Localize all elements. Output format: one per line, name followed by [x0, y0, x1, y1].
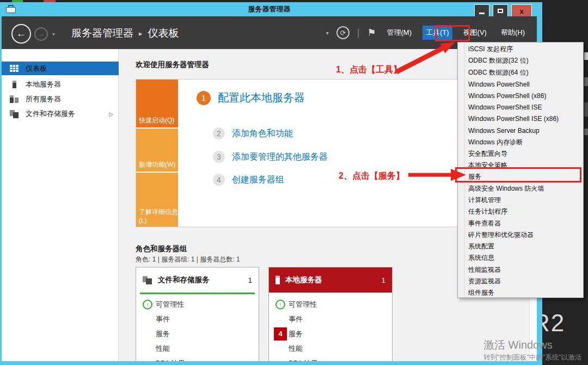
quick-start-block[interactable]: 快速启动(Q) — [136, 80, 178, 127]
tile-row-manageability[interactable]: ↑可管理性 — [269, 297, 392, 312]
status-up-icon: ↑ — [275, 300, 285, 309]
roles-heading: 角色和服务器组 — [136, 244, 187, 254]
step-link[interactable]: 创建服务器组 — [232, 174, 284, 186]
tile-row-performance[interactable]: 性能 — [269, 341, 392, 356]
tile-row-manageability[interactable]: ↑可管理性 — [136, 297, 259, 312]
tile-title: 本地服务器 — [285, 275, 381, 285]
minimize-button[interactable] — [474, 4, 489, 17]
tile-header-red[interactable]: 本地服务器 1 — [269, 267, 392, 293]
annotation-box-services — [455, 167, 581, 182]
breadcrumb-separator-icon: ▸ — [139, 29, 143, 38]
tile-row-bpa[interactable]: BPA 结果 — [269, 356, 392, 361]
sidebar: 仪表板 本地服务器 所有服务器 文件和存储服务 ▷ — [2, 49, 119, 361]
step-number-badge: 3 — [213, 151, 225, 163]
screen: R2 服务器管理器 x ← → ▾ 服务器管理器 ▸ 仪表板 ▾ ⟳ | — [0, 0, 588, 365]
menu-item-server-backup[interactable]: Windows Server Backup — [458, 125, 583, 136]
dashboard-grid-icon — [9, 65, 19, 72]
file-storage-icon — [9, 110, 19, 118]
history-dropdown-icon[interactable]: ▾ — [52, 31, 55, 37]
menu-item-sysinfo[interactable]: 系统信息 — [458, 252, 583, 264]
menu-item-event-viewer[interactable]: 事件查看器 — [458, 217, 583, 229]
breadcrumb-root[interactable]: 服务器管理器 — [71, 26, 133, 40]
whats-new-label: 新增功能(W) — [139, 160, 175, 169]
menu-item-computer-mgmt[interactable]: 计算机管理 — [458, 194, 583, 206]
title-bar[interactable]: 服务器管理器 x — [2, 2, 537, 16]
row-label: 事件 — [289, 314, 303, 324]
sidebar-item-dashboard[interactable]: 仪表板 — [2, 62, 119, 75]
sidebar-item-label: 本地服务器 — [26, 80, 61, 89]
refresh-icon[interactable]: ⟳ — [336, 26, 350, 39]
tile-local-server[interactable]: 本地服务器 1 ↑可管理性 事件 4服务 性能 BPA 结果 — [268, 267, 393, 361]
desktop-icon-fragment — [584, 102, 588, 117]
tile-header[interactable]: 文件和存储服务 1 — [136, 267, 259, 293]
menu-item-defrag[interactable]: 碎片整理和优化驱动器 — [458, 229, 583, 241]
tile-row-events[interactable]: 事件 — [269, 312, 392, 326]
menu-manage[interactable]: 管理(M) — [384, 26, 415, 40]
sidebar-item-label: 所有服务器 — [26, 94, 61, 104]
menu-item-sysconfig[interactable]: 系统配置 — [458, 241, 583, 252]
tile-row-services[interactable]: 服务 — [136, 326, 259, 341]
menu-item-task-scheduler[interactable]: 任务计划程序 — [458, 206, 583, 217]
step-configure-server[interactable]: 1 配置此本地服务器 — [197, 90, 305, 105]
desktop-icon-fragment — [584, 52, 588, 60]
tile-rows: ↑可管理性 事件 服务 性能 BPA 结果 — [136, 297, 259, 361]
row-label: BPA 结果 — [289, 358, 318, 362]
activate-watermark-line2: 转到"控制面板"中的"系统"以激活 — [483, 353, 581, 362]
row-label: 性能 — [289, 344, 303, 354]
window-controls: x — [471, 4, 532, 17]
forward-button[interactable]: → — [34, 27, 48, 41]
sidebar-item-file-storage[interactable]: 文件和存储服务 ▷ — [2, 108, 119, 120]
notifications-flag-icon[interactable]: ⚑ — [367, 27, 376, 39]
menu-item-resmon[interactable]: 资源监视器 — [458, 276, 583, 287]
tile-row-bpa[interactable]: BPA 结果 — [136, 356, 259, 361]
tile-row-performance[interactable]: 性能 — [136, 341, 259, 356]
row-label: 可管理性 — [289, 300, 317, 309]
window-body: 仪表板 本地服务器 所有服务器 文件和存储服务 ▷ — [2, 49, 537, 361]
step-link[interactable]: 添加角色和功能 — [232, 128, 293, 139]
menu-help[interactable]: 帮助(H) — [498, 26, 528, 40]
all-servers-icon — [9, 95, 19, 103]
minimize-icon — [479, 13, 485, 14]
row-label: 性能 — [156, 344, 170, 354]
step-add-servers[interactable]: 3 添加要管理的其他服务器 — [213, 151, 328, 163]
back-button[interactable]: ← — [11, 24, 31, 44]
step-link[interactable]: 配置此本地服务器 — [218, 90, 305, 105]
step-add-roles[interactable]: 2 添加角色和功能 — [213, 127, 293, 139]
tile-file-storage[interactable]: 文件和存储服务 1 ↑可管理性 事件 服务 性能 BPA 结果 — [136, 267, 259, 361]
step-number-badge: 1 — [197, 91, 211, 105]
tile-row-services[interactable]: 4服务 — [269, 326, 392, 341]
menu-item-powershell-x86[interactable]: Windows PowerShell (x86) — [458, 90, 583, 101]
tile-row-events[interactable]: 事件 — [136, 312, 259, 326]
menu-item-odbc32[interactable]: ODBC 数据源(32 位) — [458, 55, 583, 66]
learn-more-block[interactable]: 了解详细信息(L) — [136, 173, 178, 227]
maximize-button[interactable] — [493, 4, 508, 17]
close-button[interactable]: x — [511, 4, 532, 17]
menu-item-perfmon[interactable]: 性能监视器 — [458, 264, 583, 276]
welcome-title: 欢迎使用服务器管理器 — [136, 60, 209, 70]
breadcrumb: 服务器管理器 ▸ 仪表板 — [71, 26, 179, 40]
menu-item-memory-diag[interactable]: Windows 内存诊断 — [458, 136, 583, 148]
learn-more-label: 了解详细信息(L) — [139, 208, 178, 224]
breadcrumb-current[interactable]: 仪表板 — [148, 26, 179, 40]
desktop-icon-fragment — [584, 77, 588, 86]
whats-new-block[interactable]: 新增功能(W) — [136, 129, 178, 172]
chevron-down-icon[interactable]: ▾ — [326, 30, 329, 36]
quick-start-label: 快速启动(Q) — [139, 116, 174, 125]
activate-watermark-line1: 激活 Windows — [483, 338, 553, 352]
step-create-group[interactable]: 4 创建服务器组 — [213, 174, 284, 186]
step-number-badge: 4 — [213, 174, 225, 186]
menu-item-powershell-ise[interactable]: Windows PowerShell ISE — [458, 101, 583, 113]
annotation-text-2: 2、点击【服务】 — [339, 171, 405, 182]
menu-item-security-wizard[interactable]: 安全配置向导 — [458, 148, 583, 160]
menu-item-iscsi[interactable]: iSCSI 发起程序 — [458, 44, 583, 55]
step-link[interactable]: 添加要管理的其他服务器 — [232, 151, 328, 163]
sidebar-item-local-server[interactable]: 本地服务器 — [2, 78, 119, 90]
menu-item-component-services[interactable]: 组件服务 — [458, 287, 583, 299]
menu-item-powershell[interactable]: Windows PowerShell — [458, 78, 583, 90]
sidebar-item-all-servers[interactable]: 所有服务器 — [2, 93, 119, 105]
menu-item-powershell-ise-x86[interactable]: Windows PowerShell ISE (x86) — [458, 113, 583, 125]
menu-item-odbc64[interactable]: ODBC 数据源(64 位) — [458, 67, 583, 78]
expand-arrow-icon[interactable]: ▷ — [109, 111, 113, 117]
status-up-icon: ↑ — [143, 300, 152, 309]
menu-item-firewall[interactable]: 高级安全 Windows 防火墙 — [458, 183, 583, 194]
